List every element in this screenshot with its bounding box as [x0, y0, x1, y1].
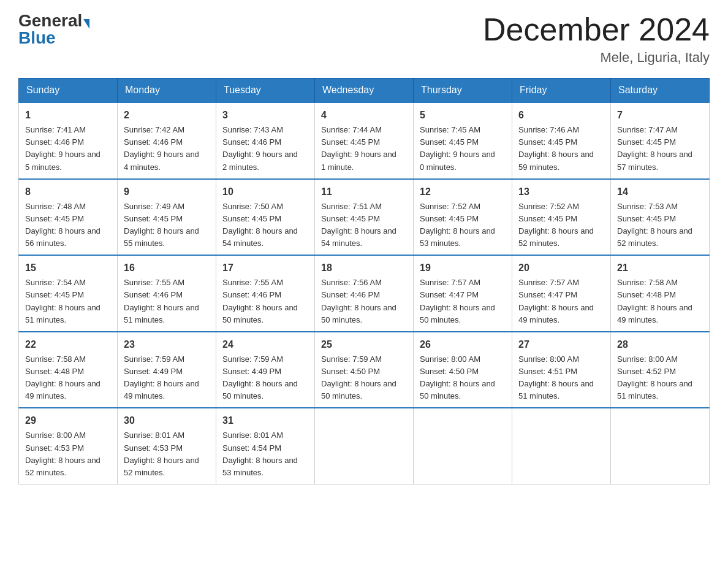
- day-number: 8: [25, 185, 111, 199]
- day-number: 13: [518, 185, 604, 199]
- calendar-cell: 3Sunrise: 7:43 AMSunset: 4:46 PMDaylight…: [216, 102, 315, 179]
- day-info: Sunrise: 7:57 AMSunset: 4:47 PMDaylight:…: [518, 278, 594, 324]
- day-number: 26: [420, 337, 506, 352]
- day-number: 23: [124, 337, 210, 352]
- day-info: Sunrise: 7:59 AMSunset: 4:49 PMDaylight:…: [124, 354, 199, 400]
- header-monday: Monday: [118, 79, 216, 103]
- weekday-header-row: Sunday Monday Tuesday Wednesday Thursday…: [19, 79, 710, 103]
- day-info: Sunrise: 8:00 AMSunset: 4:50 PMDaylight:…: [420, 354, 495, 400]
- day-number: 18: [321, 261, 407, 275]
- page-header: General Blue December 2024 Mele, Liguria…: [18, 12, 710, 66]
- calendar-cell: 7Sunrise: 7:47 AMSunset: 4:45 PMDaylight…: [611, 102, 710, 179]
- day-number: 16: [124, 261, 210, 275]
- calendar-cell: 5Sunrise: 7:45 AMSunset: 4:45 PMDaylight…: [414, 102, 512, 179]
- day-info: Sunrise: 7:47 AMSunset: 4:45 PMDaylight:…: [617, 125, 692, 171]
- day-number: 2: [124, 108, 210, 123]
- day-number: 14: [617, 185, 703, 199]
- day-number: 15: [25, 261, 111, 275]
- calendar-cell: [512, 408, 611, 484]
- logo-blue-text: Blue: [18, 28, 56, 47]
- week-row-2: 8Sunrise: 7:48 AMSunset: 4:45 PMDaylight…: [19, 179, 710, 256]
- header-thursday: Thursday: [414, 79, 512, 103]
- logo: General Blue: [18, 12, 89, 47]
- calendar-cell: 8Sunrise: 7:48 AMSunset: 4:45 PMDaylight…: [19, 179, 118, 256]
- calendar-cell: 17Sunrise: 7:55 AMSunset: 4:46 PMDayligh…: [216, 255, 315, 332]
- calendar-cell: 26Sunrise: 8:00 AMSunset: 4:50 PMDayligh…: [414, 332, 512, 408]
- calendar-cell: 31Sunrise: 8:01 AMSunset: 4:54 PMDayligh…: [216, 408, 315, 484]
- day-info: Sunrise: 8:00 AMSunset: 4:52 PMDaylight:…: [617, 354, 692, 400]
- day-number: 22: [25, 337, 111, 352]
- day-number: 10: [222, 185, 308, 199]
- day-number: 30: [124, 413, 210, 428]
- header-tuesday: Tuesday: [216, 79, 315, 103]
- calendar-cell: 11Sunrise: 7:51 AMSunset: 4:45 PMDayligh…: [315, 179, 414, 256]
- calendar-cell: 18Sunrise: 7:56 AMSunset: 4:46 PMDayligh…: [315, 255, 414, 332]
- calendar-cell: 27Sunrise: 8:00 AMSunset: 4:51 PMDayligh…: [512, 332, 611, 408]
- calendar-cell: [315, 408, 414, 484]
- day-number: 5: [420, 108, 506, 123]
- calendar-cell: [414, 408, 512, 484]
- day-number: 24: [222, 337, 308, 352]
- day-number: 19: [420, 261, 506, 275]
- logo-top: General: [18, 12, 89, 29]
- day-info: Sunrise: 7:43 AMSunset: 4:46 PMDaylight:…: [222, 125, 298, 171]
- day-info: Sunrise: 7:58 AMSunset: 4:48 PMDaylight:…: [25, 354, 100, 400]
- calendar-cell: 6Sunrise: 7:46 AMSunset: 4:45 PMDaylight…: [512, 102, 611, 179]
- header-friday: Friday: [512, 79, 611, 103]
- day-info: Sunrise: 8:01 AMSunset: 4:53 PMDaylight:…: [124, 431, 199, 477]
- day-info: Sunrise: 7:52 AMSunset: 4:45 PMDaylight:…: [420, 202, 495, 248]
- day-info: Sunrise: 7:44 AMSunset: 4:45 PMDaylight:…: [321, 125, 396, 171]
- calendar-cell: 10Sunrise: 7:50 AMSunset: 4:45 PMDayligh…: [216, 179, 315, 256]
- day-info: Sunrise: 7:49 AMSunset: 4:45 PMDaylight:…: [124, 202, 199, 248]
- header-sunday: Sunday: [19, 79, 118, 103]
- month-title: December 2024: [483, 12, 710, 47]
- day-info: Sunrise: 7:46 AMSunset: 4:45 PMDaylight:…: [518, 125, 594, 171]
- day-info: Sunrise: 7:55 AMSunset: 4:46 PMDaylight:…: [124, 278, 199, 324]
- calendar-cell: 24Sunrise: 7:59 AMSunset: 4:49 PMDayligh…: [216, 332, 315, 408]
- calendar-cell: 22Sunrise: 7:58 AMSunset: 4:48 PMDayligh…: [19, 332, 118, 408]
- day-info: Sunrise: 7:53 AMSunset: 4:45 PMDaylight:…: [617, 202, 692, 248]
- calendar-cell: 25Sunrise: 7:59 AMSunset: 4:50 PMDayligh…: [315, 332, 414, 408]
- day-number: 31: [222, 413, 308, 428]
- calendar-cell: 20Sunrise: 7:57 AMSunset: 4:47 PMDayligh…: [512, 255, 611, 332]
- day-number: 11: [321, 185, 407, 199]
- week-row-5: 29Sunrise: 8:00 AMSunset: 4:53 PMDayligh…: [19, 408, 710, 484]
- week-row-4: 22Sunrise: 7:58 AMSunset: 4:48 PMDayligh…: [19, 332, 710, 408]
- day-info: Sunrise: 7:42 AMSunset: 4:46 PMDaylight:…: [124, 125, 199, 171]
- day-info: Sunrise: 7:45 AMSunset: 4:45 PMDaylight:…: [420, 125, 495, 171]
- calendar-cell: [611, 408, 710, 484]
- calendar-cell: 16Sunrise: 7:55 AMSunset: 4:46 PMDayligh…: [118, 255, 216, 332]
- logo-bottom: Blue: [18, 29, 56, 47]
- day-info: Sunrise: 8:01 AMSunset: 4:54 PMDaylight:…: [222, 431, 298, 477]
- day-info: Sunrise: 8:00 AMSunset: 4:51 PMDaylight:…: [518, 354, 594, 400]
- day-number: 29: [25, 413, 111, 428]
- calendar-cell: 9Sunrise: 7:49 AMSunset: 4:45 PMDaylight…: [118, 179, 216, 256]
- day-info: Sunrise: 8:00 AMSunset: 4:53 PMDaylight:…: [25, 431, 100, 477]
- day-info: Sunrise: 7:52 AMSunset: 4:45 PMDaylight:…: [518, 202, 594, 248]
- logo-general-text: General: [18, 11, 82, 30]
- calendar-table: Sunday Monday Tuesday Wednesday Thursday…: [18, 78, 710, 484]
- calendar-cell: 1Sunrise: 7:41 AMSunset: 4:46 PMDaylight…: [19, 102, 118, 179]
- logo-triangle-icon: [83, 19, 89, 29]
- day-info: Sunrise: 7:58 AMSunset: 4:48 PMDaylight:…: [617, 278, 692, 324]
- day-number: 4: [321, 108, 407, 123]
- day-number: 28: [617, 337, 703, 352]
- day-number: 3: [222, 108, 308, 123]
- day-info: Sunrise: 7:59 AMSunset: 4:49 PMDaylight:…: [222, 354, 298, 400]
- calendar-cell: 30Sunrise: 8:01 AMSunset: 4:53 PMDayligh…: [118, 408, 216, 484]
- calendar-cell: 2Sunrise: 7:42 AMSunset: 4:46 PMDaylight…: [118, 102, 216, 179]
- day-number: 20: [518, 261, 604, 275]
- calendar-cell: 21Sunrise: 7:58 AMSunset: 4:48 PMDayligh…: [611, 255, 710, 332]
- calendar-cell: 19Sunrise: 7:57 AMSunset: 4:47 PMDayligh…: [414, 255, 512, 332]
- day-number: 27: [518, 337, 604, 352]
- calendar-cell: 29Sunrise: 8:00 AMSunset: 4:53 PMDayligh…: [19, 408, 118, 484]
- day-number: 9: [124, 185, 210, 199]
- day-number: 1: [25, 108, 111, 123]
- day-number: 6: [518, 108, 604, 123]
- calendar-cell: 28Sunrise: 8:00 AMSunset: 4:52 PMDayligh…: [611, 332, 710, 408]
- day-info: Sunrise: 7:54 AMSunset: 4:45 PMDaylight:…: [25, 278, 100, 324]
- calendar-cell: 23Sunrise: 7:59 AMSunset: 4:49 PMDayligh…: [118, 332, 216, 408]
- day-info: Sunrise: 7:56 AMSunset: 4:46 PMDaylight:…: [321, 278, 396, 324]
- day-info: Sunrise: 7:41 AMSunset: 4:46 PMDaylight:…: [25, 125, 100, 171]
- calendar-cell: 4Sunrise: 7:44 AMSunset: 4:45 PMDaylight…: [315, 102, 414, 179]
